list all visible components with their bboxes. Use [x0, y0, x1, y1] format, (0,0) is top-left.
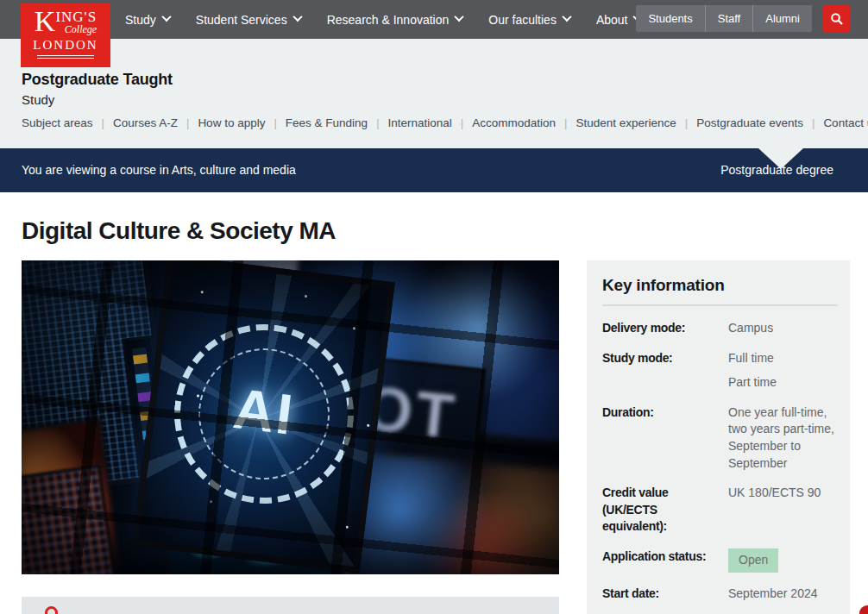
audience-links: Students Staff Alumni: [636, 5, 812, 32]
ai-label: AI: [230, 375, 299, 448]
chevron-down-icon: [562, 11, 571, 21]
logo-ings: ING'S: [55, 9, 97, 24]
study-mode-fulltime: Full time: [728, 350, 838, 367]
chevron-down-icon: [161, 11, 171, 21]
chevron-down-icon: [455, 11, 464, 21]
key-info-rows: Delivery mode: Campus Study mode: Full t…: [602, 320, 838, 602]
nav-item-label: About: [596, 13, 628, 27]
section-subtitle[interactable]: Study: [22, 92, 54, 107]
separator: |: [685, 116, 688, 129]
divider: [602, 304, 838, 306]
secnav-fees-funding[interactable]: Fees & Funding: [286, 116, 368, 129]
start-date-label: Start date:: [602, 586, 728, 603]
delivery-mode-value: Campus: [728, 320, 838, 337]
nav-item-student-services[interactable]: Student Services: [196, 13, 301, 27]
study-mode-label: Study mode:: [602, 350, 728, 392]
study-mode-parttime: Part time: [728, 374, 838, 392]
nav-item-label: Student Services: [196, 13, 287, 27]
secnav-postgraduate-events[interactable]: Postgraduate events: [696, 116, 803, 129]
secondary-nav: Subject areas| Courses A-Z| How to apply…: [22, 116, 868, 129]
page-title: Digital Culture & Society MA: [22, 217, 336, 245]
course-hero-image: OT AI: [22, 260, 559, 574]
quote-box: [22, 597, 559, 614]
logo-rule: [37, 55, 94, 59]
degree-type-text: Postgraduate degree: [720, 148, 833, 192]
application-status-label: Application status:: [602, 548, 728, 573]
corner-widget-fragment: [859, 605, 868, 614]
kcl-course-page: Study Student Services Research & Innova…: [0, 0, 868, 614]
nav-item-research-innovation[interactable]: Research & Innovation: [327, 13, 463, 27]
application-status-value: Open: [728, 548, 838, 573]
separator: |: [564, 116, 567, 129]
section-title: Postgraduate Taught: [22, 71, 173, 89]
hero-screen-colorful: [342, 448, 559, 574]
ai-graphic-panel: AI: [132, 260, 394, 573]
key-information-panel: Key information Delivery mode: Campus St…: [587, 260, 850, 614]
nav-item-study[interactable]: Study: [125, 13, 170, 27]
quote-icon: [45, 606, 58, 614]
separator: |: [102, 116, 104, 129]
search-button[interactable]: [823, 5, 850, 32]
delivery-mode-label: Delivery mode:: [602, 320, 728, 337]
link-students[interactable]: Students: [636, 5, 704, 32]
secnav-how-to-apply[interactable]: How to apply: [198, 116, 265, 129]
logo-kings: K ING'S College: [35, 9, 97, 35]
study-mode-value: Full time Part time: [728, 350, 838, 392]
credit-value-value: UK 180/ECTS 90: [728, 485, 838, 536]
separator: |: [461, 116, 463, 129]
secnav-contact-us[interactable]: Contact us: [823, 116, 868, 129]
section-header-band: Postgraduate Taught Study Subject areas|…: [0, 39, 868, 148]
kcl-logo[interactable]: K ING'S College LONDON: [21, 3, 110, 67]
secnav-subject-areas[interactable]: Subject areas: [22, 116, 93, 129]
start-date-value: September 2024: [728, 586, 838, 603]
key-info-title: Key information: [602, 276, 838, 295]
nav-item-about[interactable]: About: [596, 13, 642, 27]
top-navigation-bar: Study Student Services Research & Innova…: [0, 0, 868, 39]
secnav-courses-az[interactable]: Courses A-Z: [113, 116, 178, 129]
nav-item-our-faculties[interactable]: Our faculties: [488, 13, 570, 27]
separator: |: [186, 116, 189, 129]
viewing-course-text: You are viewing a course in Arts, cultur…: [22, 148, 296, 192]
nav-item-label: Study: [125, 13, 156, 27]
logo-k: K: [35, 9, 56, 34]
duration-label: Duration:: [602, 404, 728, 472]
secnav-student-experience[interactable]: Student experience: [576, 116, 676, 129]
nav-item-label: Our faculties: [488, 13, 557, 27]
duration-value: One year full-time, two years part-time,…: [728, 404, 838, 472]
link-alumni[interactable]: Alumni: [752, 5, 812, 32]
search-icon: [830, 12, 844, 26]
credit-value-label: Credit value (UK/ECTS equivalent):: [602, 485, 728, 536]
logo-college: College: [65, 24, 97, 35]
logo-london: LONDON: [33, 37, 97, 53]
separator: |: [274, 116, 276, 129]
primary-nav: Study Student Services Research & Innova…: [125, 0, 641, 39]
chevron-down-icon: [292, 11, 302, 21]
status-badge: Open: [728, 548, 778, 573]
secnav-international[interactable]: International: [388, 116, 452, 129]
secnav-accommodation[interactable]: Accommodation: [472, 116, 556, 129]
nav-item-label: Research & Innovation: [327, 13, 450, 27]
course-context-banner: You are viewing a course in Arts, cultur…: [0, 148, 868, 192]
separator: |: [812, 116, 815, 129]
separator: |: [376, 116, 379, 129]
link-staff[interactable]: Staff: [705, 5, 753, 32]
